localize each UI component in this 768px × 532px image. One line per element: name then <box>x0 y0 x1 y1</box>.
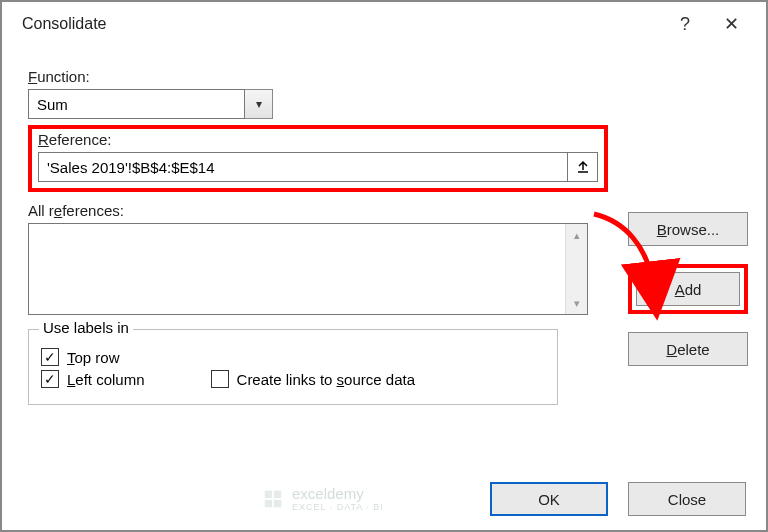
chevron-down-icon[interactable]: ▾ <box>245 89 273 119</box>
reference-label: Reference: <box>38 131 598 148</box>
use-labels-legend: Use labels in <box>39 319 133 336</box>
collapse-dialog-icon[interactable] <box>568 152 598 182</box>
left-column-label: Left column <box>67 371 145 388</box>
close-button[interactable]: Close <box>628 482 746 516</box>
use-labels-fieldset: Use labels in Top row Left column Create… <box>28 329 558 405</box>
close-icon[interactable]: ✕ <box>708 6 754 42</box>
top-row-label: Top row <box>67 349 120 366</box>
reference-input[interactable] <box>38 152 568 182</box>
browse-button[interactable]: Browse... <box>628 212 748 246</box>
delete-button[interactable]: Delete <box>628 332 748 366</box>
dialog-title: Consolidate <box>22 15 662 33</box>
reference-highlight: Reference: <box>28 125 608 192</box>
create-links-label: Create links to source data <box>237 371 415 388</box>
function-value: Sum <box>28 89 245 119</box>
help-button[interactable]: ? <box>662 6 708 42</box>
left-column-checkbox[interactable] <box>41 370 59 388</box>
scroll-up-icon[interactable]: ▴ <box>566 224 587 246</box>
titlebar: Consolidate ? ✕ <box>2 2 766 46</box>
all-references-list[interactable]: ▴ ▾ <box>28 223 588 315</box>
function-select[interactable]: Sum ▾ <box>28 89 273 119</box>
ok-button[interactable]: OK <box>490 482 608 516</box>
function-label: Function: <box>28 68 746 85</box>
top-row-checkbox[interactable] <box>41 348 59 366</box>
add-highlight: Add <box>628 264 748 314</box>
add-button[interactable]: Add <box>636 272 740 306</box>
create-links-checkbox[interactable] <box>211 370 229 388</box>
scrollbar[interactable]: ▴ ▾ <box>565 224 587 314</box>
scroll-down-icon[interactable]: ▾ <box>566 292 587 314</box>
